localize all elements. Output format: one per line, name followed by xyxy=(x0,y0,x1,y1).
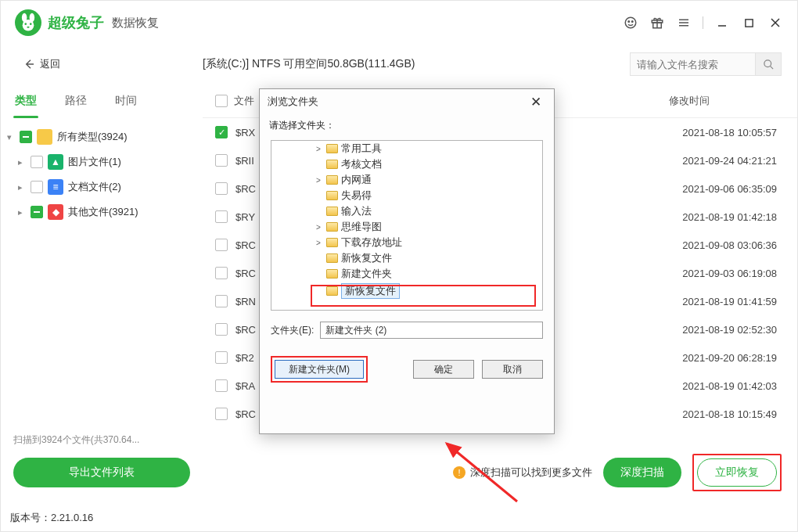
checkbox[interactable] xyxy=(31,181,43,193)
folder-tree-item[interactable]: 失易得 xyxy=(271,188,542,203)
feedback-icon[interactable] xyxy=(623,15,638,31)
search-input[interactable] xyxy=(630,52,755,76)
tree-image[interactable]: ▸ ▲ 图片文件(1) xyxy=(4,149,198,174)
folder-label: 思维导图 xyxy=(341,220,382,234)
back-label: 返回 xyxy=(40,57,60,71)
col-time[interactable]: 修改时间 xyxy=(594,94,785,108)
version-label: 版本号：2.21.0.16 xyxy=(10,511,93,525)
folder-label: 内网通 xyxy=(341,173,372,187)
folder-label: 下载存放地址 xyxy=(341,235,402,250)
file-time: 2021-08-19 01:41:59 xyxy=(595,296,785,307)
folder-icon xyxy=(326,175,338,185)
folder-tree-item[interactable]: 输入法 xyxy=(271,203,542,219)
highlight-recover: 立即恢复 xyxy=(692,454,782,491)
folder-tree-item[interactable]: >常用工具 xyxy=(271,141,542,156)
tree-other[interactable]: ▸ ◆ 其他文件(3921) xyxy=(4,200,198,225)
checkbox[interactable] xyxy=(31,206,43,218)
checkbox[interactable] xyxy=(215,408,228,420)
checkbox[interactable] xyxy=(215,210,228,223)
checkbox[interactable] xyxy=(215,295,228,307)
folder-tree-item[interactable]: >下载存放地址 xyxy=(271,235,542,250)
chevron-right-icon[interactable]: ▸ xyxy=(15,157,26,167)
checkbox[interactable] xyxy=(215,154,228,167)
folder-name-input[interactable] xyxy=(320,322,543,339)
tree-root[interactable]: ▾ 所有类型(3924) xyxy=(4,124,198,149)
folder-tree-item[interactable]: 考核文档 xyxy=(271,156,542,172)
folder-tree-item[interactable]: 新恢复文件 xyxy=(271,250,542,266)
svg-point-4 xyxy=(30,23,32,25)
file-time: 2021-08-18 10:15:49 xyxy=(595,408,785,420)
file-time: 2021-09-20 06:28:19 xyxy=(595,352,785,364)
dialog-title: 浏览文件夹 xyxy=(268,95,318,109)
folder-icon xyxy=(326,207,338,216)
info-icon: ! xyxy=(453,466,466,479)
svg-point-5 xyxy=(27,27,29,28)
search-button[interactable] xyxy=(755,52,782,76)
new-folder-button[interactable]: 新建文件夹(M) xyxy=(275,360,364,379)
checkbox[interactable] xyxy=(215,379,228,392)
chevron-right-icon[interactable]: ▸ xyxy=(15,182,26,192)
folder-tree-item[interactable]: 新建文件夹 xyxy=(271,266,542,282)
brand: 超级兔子 数据恢复 xyxy=(15,9,159,36)
tree-doc[interactable]: ▸ ≡ 文档文件(2) xyxy=(4,174,198,200)
checkbox[interactable] xyxy=(215,126,228,138)
back-button[interactable]: 返回 xyxy=(23,57,203,71)
checkbox[interactable] xyxy=(215,239,228,251)
chevron-icon[interactable]: > xyxy=(314,239,323,247)
cancel-button[interactable]: 取消 xyxy=(482,360,543,379)
folder-label: 常用工具 xyxy=(341,142,382,156)
maximize-icon[interactable] xyxy=(741,15,757,31)
separator xyxy=(703,16,703,29)
chevron-icon[interactable]: > xyxy=(314,223,323,232)
app-sub: 数据恢复 xyxy=(112,16,159,31)
image-icon: ▲ xyxy=(48,154,63,170)
chevron-down-icon[interactable]: ▾ xyxy=(4,132,15,142)
folder-tree-item[interactable]: >内网通 xyxy=(271,172,542,188)
deep-scan-button[interactable]: 深度扫描 xyxy=(603,458,681,487)
folder-icon xyxy=(326,191,338,200)
checkbox[interactable] xyxy=(215,323,228,336)
toolbar: 返回 [系统(C:)] NTFS 可用空间50.8GB(111.4GB) xyxy=(1,45,797,84)
other-icon: ◆ xyxy=(48,204,63,220)
folder-icon xyxy=(326,269,338,279)
close-icon[interactable]: ✕ xyxy=(526,92,546,112)
export-button[interactable]: 导出文件列表 xyxy=(13,458,190,487)
gift-icon[interactable] xyxy=(649,15,665,31)
dialog-folder-field: 文件夹(E): xyxy=(271,322,543,339)
svg-point-8 xyxy=(632,21,634,23)
tab-time[interactable]: 时间 xyxy=(101,84,151,118)
folder-tree-item[interactable]: >思维导图 xyxy=(271,219,542,235)
sidebar-tabs: 类型 路径 时间 xyxy=(1,84,203,118)
close-icon[interactable] xyxy=(767,15,783,31)
checkbox[interactable] xyxy=(215,351,228,364)
chevron-right-icon[interactable]: ▸ xyxy=(15,207,26,217)
dialog-folder-tree[interactable]: >常用工具考核文档>内网通失易得输入法>思维导图>下载存放地址新恢复文件新建文件… xyxy=(271,140,543,311)
tab-type[interactable]: 类型 xyxy=(1,84,51,118)
deep-scan-tip: ! 深度扫描可以找到更多文件 xyxy=(453,466,592,480)
checkbox[interactable] xyxy=(215,267,228,279)
minimize-icon[interactable] xyxy=(714,15,730,31)
recover-button[interactable]: 立即恢复 xyxy=(697,458,777,487)
svg-point-2 xyxy=(23,20,34,31)
folder-icon xyxy=(37,129,52,145)
chevron-icon[interactable]: > xyxy=(314,176,323,185)
folder-icon xyxy=(326,144,338,153)
ok-button[interactable]: 确定 xyxy=(413,360,474,379)
file-time: 2021-08-19 01:42:03 xyxy=(595,380,785,392)
footer-bar: ! 深度扫描可以找到更多文件 深度扫描 立即恢复 xyxy=(203,444,797,501)
checkbox[interactable] xyxy=(31,156,43,168)
folder-icon xyxy=(326,222,338,232)
checkbox-all[interactable] xyxy=(215,95,228,107)
chevron-icon[interactable]: > xyxy=(314,145,323,153)
scan-summary: 扫描到3924个文件(共370.64... xyxy=(13,433,190,447)
file-time: 2021-08-19 02:52:30 xyxy=(595,324,785,336)
tab-path[interactable]: 路径 xyxy=(51,84,101,118)
svg-point-6 xyxy=(625,17,636,28)
dialog-header[interactable]: 浏览文件夹 ✕ xyxy=(260,89,554,114)
menu-icon[interactable] xyxy=(676,15,692,31)
checkbox[interactable] xyxy=(215,182,228,195)
checkbox-root[interactable] xyxy=(20,131,32,143)
folder-icon xyxy=(326,238,338,247)
file-time: 2021-09-03 06:19:08 xyxy=(595,268,785,279)
highlight-selection xyxy=(311,285,536,307)
